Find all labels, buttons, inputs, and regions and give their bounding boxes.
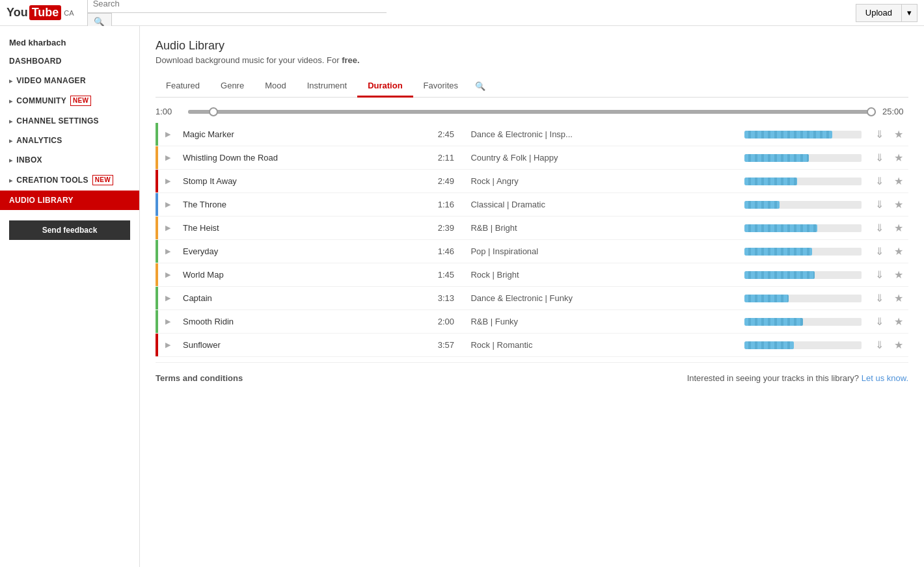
sidebar-item-analytics[interactable]: ▸ ANALYTICS bbox=[0, 131, 139, 150]
favorite-button[interactable]: ★ bbox=[889, 123, 908, 146]
tab-genre[interactable]: Genre bbox=[210, 75, 254, 98]
play-button[interactable]: ▶ bbox=[158, 170, 178, 193]
tab-mood[interactable]: Mood bbox=[254, 75, 297, 98]
community-label: COMMUNITY bbox=[16, 96, 66, 105]
analytics-label: ANALYTICS bbox=[16, 136, 62, 145]
send-feedback-button[interactable]: Send feedback bbox=[9, 220, 130, 240]
track-duration: 3:13 bbox=[426, 287, 465, 310]
play-button[interactable]: ▶ bbox=[158, 123, 178, 146]
sidebar-item-video-manager[interactable]: ▸ VIDEO MANAGER bbox=[0, 71, 139, 90]
track-duration-bar bbox=[744, 131, 862, 138]
track-duration-fill bbox=[744, 295, 789, 302]
main-area: Med kharbach DASHBOARD ▸ VIDEO MANAGER ▸… bbox=[0, 26, 924, 567]
favorite-button[interactable]: ★ bbox=[889, 170, 908, 193]
favorite-button[interactable]: ★ bbox=[889, 263, 908, 287]
tab-duration[interactable]: Duration bbox=[357, 75, 413, 98]
track-duration-fill bbox=[744, 318, 803, 326]
track-duration-bar bbox=[744, 178, 862, 185]
sidebar-item-dashboard[interactable]: DASHBOARD bbox=[0, 51, 139, 71]
download-button[interactable]: ⇓ bbox=[869, 123, 889, 146]
table-row: ▶ World Map 1:45 Rock | Bright ⇓ ★ bbox=[156, 263, 908, 287]
slider-thumb-right[interactable] bbox=[867, 107, 876, 116]
sidebar-item-community[interactable]: ▸ COMMUNITY NEW bbox=[0, 90, 139, 111]
download-button[interactable]: ⇓ bbox=[869, 146, 889, 170]
track-genre: Rock | Angry bbox=[465, 170, 739, 193]
play-button[interactable]: ▶ bbox=[158, 146, 178, 170]
upload-dropdown-button[interactable]: ▾ bbox=[902, 4, 917, 22]
download-button[interactable]: ⇓ bbox=[869, 287, 889, 310]
tab-favorites[interactable]: Favorites bbox=[413, 75, 469, 98]
play-button[interactable]: ▶ bbox=[158, 193, 178, 217]
new-badge-community: NEW bbox=[70, 96, 91, 106]
chevron-icon: ▸ bbox=[9, 98, 12, 105]
track-name: Stomp It Away bbox=[178, 170, 426, 193]
table-row: ▶ The Throne 1:16 Classical | Dramatic ⇓… bbox=[156, 193, 908, 217]
track-name: Smooth Ridin bbox=[178, 310, 426, 334]
sidebar-item-channel-settings[interactable]: ▸ CHANNEL SETTINGS bbox=[0, 111, 139, 131]
track-duration-bar bbox=[744, 271, 862, 279]
play-button[interactable]: ▶ bbox=[158, 217, 178, 240]
track-name: Captain bbox=[178, 287, 426, 310]
slider-left-label: 1:00 bbox=[156, 107, 182, 116]
download-button[interactable]: ⇓ bbox=[869, 334, 889, 357]
download-button[interactable]: ⇓ bbox=[869, 310, 889, 334]
track-duration-bar bbox=[744, 318, 862, 326]
logo: YouTubeCA bbox=[7, 5, 74, 20]
favorite-button[interactable]: ★ bbox=[889, 310, 908, 334]
download-button[interactable]: ⇓ bbox=[869, 263, 889, 287]
track-bar-cell bbox=[739, 334, 869, 357]
duration-slider-track[interactable] bbox=[188, 110, 876, 114]
table-row: ▶ Captain 3:13 Dance & Electronic | Funk… bbox=[156, 287, 908, 310]
favorite-button[interactable]: ★ bbox=[889, 193, 908, 217]
favorite-button[interactable]: ★ bbox=[889, 334, 908, 357]
track-duration-fill bbox=[744, 131, 832, 138]
subtitle-text: Download background music for your video… bbox=[156, 55, 340, 65]
logo-tube: Tube bbox=[29, 5, 62, 20]
sidebar-item-audio-library[interactable]: Audio Library bbox=[0, 191, 139, 210]
track-name: Everyday bbox=[178, 240, 426, 263]
favorite-button[interactable]: ★ bbox=[889, 146, 908, 170]
slider-right-label: 25:00 bbox=[882, 107, 908, 116]
table-row: ▶ Everyday 1:46 Pop | Inspirational ⇓ ★ bbox=[156, 240, 908, 263]
logo-ca: CA bbox=[64, 9, 74, 17]
slider-thumb-left[interactable] bbox=[209, 107, 218, 116]
sidebar: Med kharbach DASHBOARD ▸ VIDEO MANAGER ▸… bbox=[0, 26, 140, 567]
track-bar-cell bbox=[739, 310, 869, 334]
track-duration-fill bbox=[744, 178, 797, 185]
play-button[interactable]: ▶ bbox=[158, 263, 178, 287]
track-duration: 1:46 bbox=[426, 240, 465, 263]
track-duration-bar bbox=[744, 224, 862, 232]
upload-group: Upload ▾ bbox=[856, 4, 917, 22]
tab-search-icon[interactable]: 🔍 bbox=[469, 76, 492, 96]
tab-featured[interactable]: Featured bbox=[156, 75, 210, 98]
track-duration-bar bbox=[744, 248, 862, 256]
download-button[interactable]: ⇓ bbox=[869, 240, 889, 263]
play-button[interactable]: ▶ bbox=[158, 287, 178, 310]
download-button[interactable]: ⇓ bbox=[869, 193, 889, 217]
terms-link[interactable]: Terms and conditions bbox=[156, 373, 243, 383]
download-button[interactable]: ⇓ bbox=[869, 170, 889, 193]
let-us-know-link[interactable]: Let us know. bbox=[862, 373, 908, 383]
track-bar-cell bbox=[739, 123, 869, 146]
download-button[interactable]: ⇓ bbox=[869, 217, 889, 240]
play-button[interactable]: ▶ bbox=[158, 334, 178, 357]
search-input[interactable] bbox=[87, 0, 387, 13]
page-subtitle: Download background music for your video… bbox=[156, 55, 908, 65]
upload-button[interactable]: Upload bbox=[856, 4, 902, 22]
favorite-button[interactable]: ★ bbox=[889, 217, 908, 240]
app-container: YouTubeCA 🔍 Upload ▾ Med kharbach DASHBO… bbox=[0, 0, 924, 567]
table-row: ▶ Magic Marker 2:45 Dance & Electronic |… bbox=[156, 123, 908, 146]
track-duration: 1:45 bbox=[426, 263, 465, 287]
chevron-icon: ▸ bbox=[9, 77, 12, 85]
tab-instrument[interactable]: Instrument bbox=[297, 75, 357, 98]
dashboard-label: DASHBOARD bbox=[9, 57, 62, 66]
favorite-button[interactable]: ★ bbox=[889, 287, 908, 310]
play-button[interactable]: ▶ bbox=[158, 310, 178, 334]
table-row: ▶ The Heist 2:39 R&B | Bright ⇓ ★ bbox=[156, 217, 908, 240]
play-button[interactable]: ▶ bbox=[158, 240, 178, 263]
favorite-button[interactable]: ★ bbox=[889, 240, 908, 263]
content-area: Audio Library Download background music … bbox=[140, 26, 924, 567]
sidebar-item-creation-tools[interactable]: ▸ CREATION TOOLS NEW bbox=[0, 170, 139, 191]
sidebar-item-inbox[interactable]: ▸ INBOX bbox=[0, 150, 139, 170]
slider-fill bbox=[188, 110, 876, 114]
